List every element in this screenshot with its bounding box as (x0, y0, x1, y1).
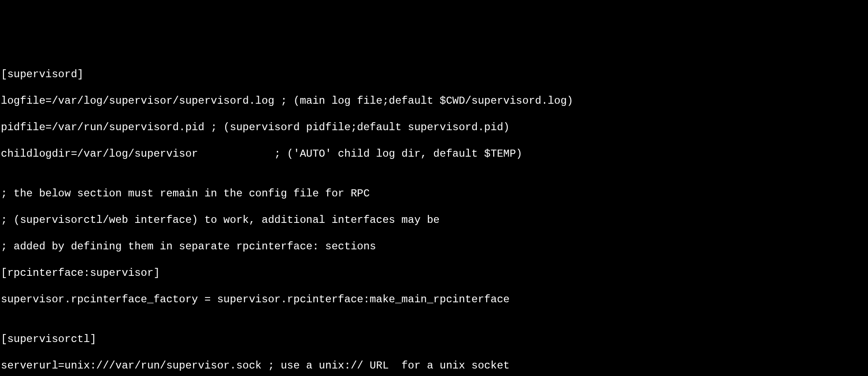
config-line: supervisor.rpcinterface_factory = superv… (1, 293, 868, 306)
config-line: ; the below section must remain in the c… (1, 187, 868, 200)
config-line: [supervisorctl] (1, 333, 868, 346)
config-line: serverurl=unix:///var/run/supervisor.soc… (1, 359, 868, 372)
config-line: pidfile=/var/run/supervisord.pid ; (supe… (1, 121, 868, 134)
config-line: [rpcinterface:supervisor] (1, 267, 868, 280)
config-line: childlogdir=/var/log/supervisor ; ('AUTO… (1, 147, 868, 161)
config-line: ; added by defining them in separate rpc… (1, 240, 868, 253)
config-line: ; (supervisorctl/web interface) to work,… (1, 214, 868, 227)
config-line: logfile=/var/log/supervisor/supervisord.… (1, 94, 868, 108)
config-line: [supervisord] (1, 68, 868, 81)
config-file-viewer: [supervisord] logfile=/var/log/superviso… (1, 55, 868, 376)
